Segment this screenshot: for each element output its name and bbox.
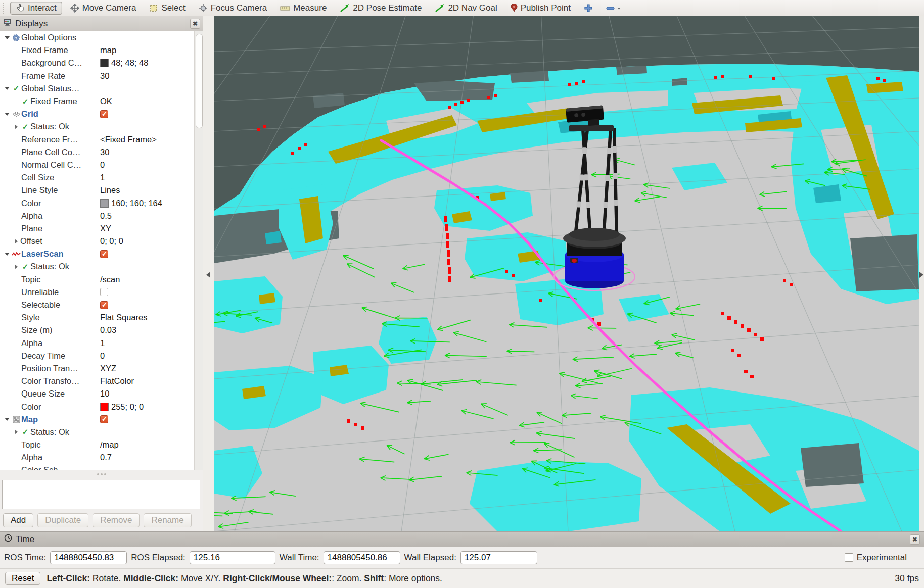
tool-measure[interactable]: Measure bbox=[275, 2, 332, 15]
panel-viewport-splitter[interactable] bbox=[203, 16, 214, 531]
tree-help-splitter[interactable] bbox=[0, 470, 203, 479]
tool-focus-camera[interactable]: Focus Camera bbox=[194, 2, 272, 15]
tool-nav-goal[interactable]: 2D Nav Goal bbox=[430, 2, 502, 15]
tree-row[interactable]: Alpha0.7 bbox=[0, 451, 194, 464]
checkbox-checked-icon[interactable] bbox=[100, 415, 108, 423]
property-value[interactable]: <Fixed Frame> bbox=[97, 135, 157, 144]
displays-close-icon[interactable]: ✖ bbox=[190, 19, 200, 29]
property-value[interactable]: 0; 0; 0 bbox=[97, 236, 123, 246]
tree-row[interactable]: Color255; 0; 0 bbox=[0, 400, 194, 413]
tool-move-camera[interactable]: Move Camera bbox=[65, 2, 142, 15]
property-value[interactable] bbox=[97, 250, 108, 258]
tree-row[interactable]: ✓Status: Ok bbox=[0, 260, 194, 273]
tree-row[interactable]: Queue Size10 bbox=[0, 387, 194, 400]
tree-row[interactable]: Selectable bbox=[0, 299, 194, 311]
tree-row[interactable]: LaserScan bbox=[0, 248, 194, 260]
expander-closed-icon[interactable] bbox=[12, 239, 20, 244]
property-value[interactable]: FlatColor bbox=[97, 376, 134, 386]
tree-row[interactable]: PlaneXY bbox=[0, 222, 194, 235]
tree-row[interactable]: Global Options bbox=[0, 31, 194, 44]
tree-row[interactable]: Decay Time0 bbox=[0, 350, 194, 362]
tree-row[interactable]: ✓Global Status… bbox=[0, 82, 194, 95]
property-value[interactable] bbox=[97, 415, 108, 423]
property-value[interactable]: 1 bbox=[97, 173, 105, 182]
expander-open-icon[interactable] bbox=[3, 87, 11, 90]
property-value[interactable]: 1 bbox=[97, 338, 105, 348]
property-value[interactable]: 0.5 bbox=[97, 211, 112, 221]
property-value[interactable]: 0.7 bbox=[97, 453, 112, 462]
tree-row[interactable]: StyleFlat Squares bbox=[0, 311, 194, 324]
tree-row[interactable]: Background C…48; 48; 48 bbox=[0, 57, 194, 69]
property-value[interactable]: /map bbox=[97, 440, 119, 450]
tree-row[interactable]: Color Transfo…FlatColor bbox=[0, 375, 194, 387]
tree-row[interactable]: Reference Fr…<Fixed Frame> bbox=[0, 133, 194, 146]
property-value[interactable]: 10 bbox=[97, 389, 109, 399]
tree-row[interactable]: Color Sch… bbox=[0, 464, 194, 470]
tree-row[interactable]: Offset0; 0; 0 bbox=[0, 235, 194, 248]
tree-row[interactable]: ✓Status: Ok bbox=[0, 426, 194, 438]
tool-remove-tool[interactable] bbox=[601, 2, 626, 15]
tree-row[interactable]: Alpha1 bbox=[0, 337, 194, 350]
tree-row[interactable]: Line StyleLines bbox=[0, 184, 194, 197]
time-field-input[interactable]: 125.07 bbox=[460, 551, 537, 564]
expander-open-icon[interactable] bbox=[3, 253, 11, 256]
property-value[interactable]: 30 bbox=[97, 71, 109, 81]
time-close-icon[interactable]: ✖ bbox=[910, 534, 920, 545]
tree-row[interactable]: ✓Fixed FrameOK bbox=[0, 95, 194, 108]
tree-row[interactable]: Position Tran…XYZ bbox=[0, 362, 194, 375]
toolbar-grip[interactable] bbox=[3, 3, 7, 14]
tree-row[interactable]: Fixed Framemap bbox=[0, 44, 194, 57]
property-value[interactable]: 0 bbox=[97, 160, 105, 170]
property-value[interactable]: map bbox=[97, 45, 116, 55]
expander-closed-icon[interactable] bbox=[12, 124, 20, 129]
collapse-left-icon[interactable] bbox=[206, 272, 210, 278]
checkbox-unchecked-icon[interactable] bbox=[100, 288, 108, 296]
tool-select[interactable]: Select bbox=[144, 2, 190, 15]
property-value[interactable]: 0 bbox=[97, 351, 105, 361]
tool-pose-estimate[interactable]: 2D Pose Estimate bbox=[335, 2, 427, 15]
tree-row[interactable]: Unreliable bbox=[0, 286, 194, 299]
time-field-input[interactable]: 1488805450.86 bbox=[324, 551, 400, 564]
displays-tree-scrollbar[interactable] bbox=[195, 31, 203, 470]
tree-row[interactable]: Topic/scan bbox=[0, 273, 194, 286]
tree-row[interactable]: ✓Status: Ok bbox=[0, 120, 194, 133]
add-button[interactable]: Add bbox=[3, 513, 33, 527]
expander-open-icon[interactable] bbox=[3, 113, 11, 116]
tree-row[interactable]: Topic/map bbox=[0, 438, 194, 451]
right-dock-strip[interactable] bbox=[919, 16, 924, 531]
tree-row[interactable]: Plane Cell Co…30 bbox=[0, 146, 194, 159]
expander-closed-icon[interactable] bbox=[12, 429, 20, 434]
expander-open-icon[interactable] bbox=[3, 418, 11, 421]
property-value[interactable] bbox=[97, 301, 108, 309]
property-value[interactable]: Flat Squares bbox=[97, 313, 148, 322]
property-value[interactable] bbox=[97, 110, 108, 118]
reset-button[interactable]: Reset bbox=[5, 572, 40, 585]
experimental-checkbox[interactable] bbox=[845, 553, 853, 562]
property-value[interactable]: Lines bbox=[97, 185, 120, 195]
tree-row[interactable]: Alpha0.5 bbox=[0, 210, 194, 222]
tree-row[interactable]: Size (m)0.03 bbox=[0, 324, 194, 336]
property-value[interactable]: XYZ bbox=[97, 364, 116, 373]
3d-viewport[interactable] bbox=[214, 16, 919, 531]
expander-open-icon[interactable] bbox=[3, 36, 11, 39]
tree-row[interactable]: Frame Rate30 bbox=[0, 70, 194, 82]
property-value[interactable]: /scan bbox=[97, 275, 120, 284]
checkbox-checked-icon[interactable] bbox=[100, 301, 108, 309]
property-value[interactable]: OK bbox=[97, 96, 112, 106]
time-field-input[interactable]: 1488805450.83 bbox=[50, 551, 127, 564]
tree-row[interactable]: Map bbox=[0, 413, 194, 426]
tool-publish-point[interactable]: Publish Point bbox=[505, 2, 576, 15]
property-value[interactable] bbox=[97, 288, 108, 296]
property-value[interactable]: XY bbox=[97, 224, 111, 233]
checkbox-checked-icon[interactable] bbox=[100, 110, 108, 118]
expander-closed-icon[interactable] bbox=[12, 264, 20, 269]
expand-right-icon[interactable] bbox=[919, 272, 923, 278]
tool-interact[interactable]: Interact bbox=[10, 2, 62, 15]
property-value[interactable]: 0.03 bbox=[97, 325, 116, 335]
property-value[interactable]: 160; 160; 164 bbox=[97, 199, 162, 208]
tree-row[interactable]: Grid bbox=[0, 108, 194, 120]
tree-row[interactable]: Color160; 160; 164 bbox=[0, 197, 194, 209]
property-value[interactable]: 48; 48; 48 bbox=[97, 58, 148, 68]
tool-add-tool[interactable] bbox=[579, 2, 598, 15]
time-field-input[interactable]: 125.16 bbox=[190, 551, 275, 564]
